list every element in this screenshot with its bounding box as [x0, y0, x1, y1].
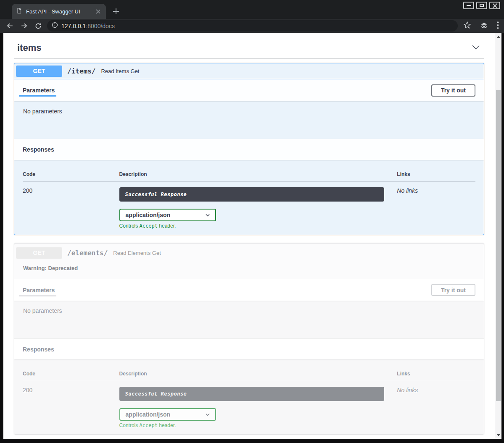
endpoint-path: /elements/ — [67, 249, 108, 257]
incognito-icon — [480, 21, 488, 31]
close-button[interactable] — [489, 2, 500, 9]
links-column-header: Links — [397, 371, 475, 377]
url-bar[interactable]: 127.0.0.1:8000/docs — [47, 20, 458, 31]
tag-title: items — [17, 42, 471, 53]
responses-table: Code Description Links 200 Successful Re… — [14, 160, 484, 235]
scrollbar-down-arrow[interactable] — [495, 432, 502, 438]
page-scrollbar[interactable] — [495, 33, 501, 439]
method-badge-get: GET — [16, 66, 62, 77]
tag-section-header[interactable]: items — [14, 38, 484, 54]
close-icon — [493, 3, 497, 8]
browser-menu-icon[interactable] — [497, 21, 499, 31]
opblock-get-elements-deprecated: GET /elements/ Read Elements Get Warning… — [14, 243, 484, 435]
parameters-header: Parameters Try it out — [14, 279, 484, 301]
response-code: 200 — [23, 387, 119, 428]
deprecated-warning: Warning: Deprecated — [14, 261, 484, 279]
media-type-select[interactable]: application/json — [119, 209, 216, 221]
opblock-summary[interactable]: GET /elements/ Read Elements Get — [14, 244, 484, 261]
try-it-out-button[interactable]: Try it out — [431, 84, 475, 97]
maximize-button[interactable] — [476, 2, 487, 9]
no-parameters-text: No parameters — [14, 301, 484, 338]
page-icon — [16, 8, 22, 16]
tab-parameters[interactable]: Parameters — [23, 81, 55, 100]
responses-title: Responses — [23, 140, 54, 159]
media-type-select[interactable]: application/json — [119, 408, 216, 421]
responses-table-head: Code Description Links — [23, 371, 475, 381]
minimize-button[interactable] — [463, 2, 474, 9]
tab-parameters[interactable]: Parameters — [23, 280, 55, 300]
code-column-header: Code — [23, 371, 119, 377]
browser-toolbar: 127.0.0.1:8000/docs — [0, 19, 504, 33]
tab-title: Fast API - Swagger UI — [26, 8, 94, 15]
media-type-value: application/json — [126, 411, 171, 418]
accept-header-note: Controls Accept header. — [119, 422, 385, 428]
parameters-header: Parameters Try it out — [14, 79, 484, 101]
forward-button[interactable] — [20, 22, 28, 30]
select-chevron-icon — [205, 212, 211, 218]
browser-viewport: items GET /items/ Read Items Get Paramet… — [3, 33, 501, 439]
responses-table: Code Description Links 200 Successful Re… — [14, 359, 484, 434]
links-column-header: Links — [397, 171, 475, 177]
response-code: 200 — [23, 187, 119, 229]
method-badge-get: GET — [16, 247, 62, 259]
window-controls — [463, 2, 500, 9]
url-path: :8000/docs — [86, 23, 115, 29]
browser-titlebar: Fast API - Swagger UI — [0, 0, 504, 19]
browser-tab[interactable]: Fast API - Swagger UI — [12, 4, 106, 19]
minimize-icon — [467, 5, 471, 6]
response-row-200: 200 Successful Response application/json… — [23, 381, 475, 428]
url-text: 127.0.0.1:8000/docs — [61, 23, 115, 29]
responses-table-head: Code Description Links — [23, 171, 475, 182]
select-chevron-icon — [205, 412, 211, 417]
scrollbar-up-arrow[interactable] — [495, 34, 502, 39]
chevron-down-icon[interactable] — [471, 42, 481, 54]
opblock-summary[interactable]: GET /items/ Read Items Get — [14, 63, 484, 79]
bookmark-star-icon[interactable] — [463, 21, 471, 31]
new-tab-button[interactable] — [110, 5, 122, 17]
description-column-header: Description — [119, 371, 397, 377]
opblock-get-items: GET /items/ Read Items Get Parameters Tr… — [14, 63, 484, 235]
endpoint-summary: Read Elements Get — [113, 250, 161, 256]
endpoint-summary: Read Items Get — [101, 68, 139, 74]
endpoint-path: /items/ — [67, 67, 95, 75]
site-info-icon[interactable] — [52, 22, 58, 30]
response-description-box: Successful Response — [119, 387, 385, 401]
scrollbar-thumb[interactable] — [496, 90, 501, 401]
reload-button[interactable] — [34, 22, 42, 30]
tag-divider — [14, 58, 484, 59]
responses-header: Responses — [14, 338, 484, 359]
code-column-header: Code — [23, 171, 119, 177]
try-it-out-button[interactable]: Try it out — [431, 284, 475, 296]
back-button[interactable] — [6, 22, 14, 30]
swagger-page: items GET /items/ Read Items Get Paramet… — [3, 33, 495, 439]
response-row-200: 200 Successful Response application/json… — [23, 182, 475, 229]
media-type-value: application/json — [126, 212, 171, 218]
responses-header: Responses — [14, 139, 484, 160]
no-parameters-text: No parameters — [14, 101, 484, 139]
description-column-header: Description — [119, 171, 397, 177]
response-description-box: Successful Response — [119, 187, 385, 202]
tab-close-icon[interactable] — [94, 8, 102, 15]
no-links-text: No links — [397, 387, 475, 428]
no-links-text: No links — [397, 187, 475, 229]
responses-title: Responses — [23, 340, 54, 359]
maximize-icon — [480, 4, 484, 7]
accept-header-note: Controls Accept header. — [119, 223, 385, 229]
url-host: 127.0.0.1 — [61, 23, 86, 29]
